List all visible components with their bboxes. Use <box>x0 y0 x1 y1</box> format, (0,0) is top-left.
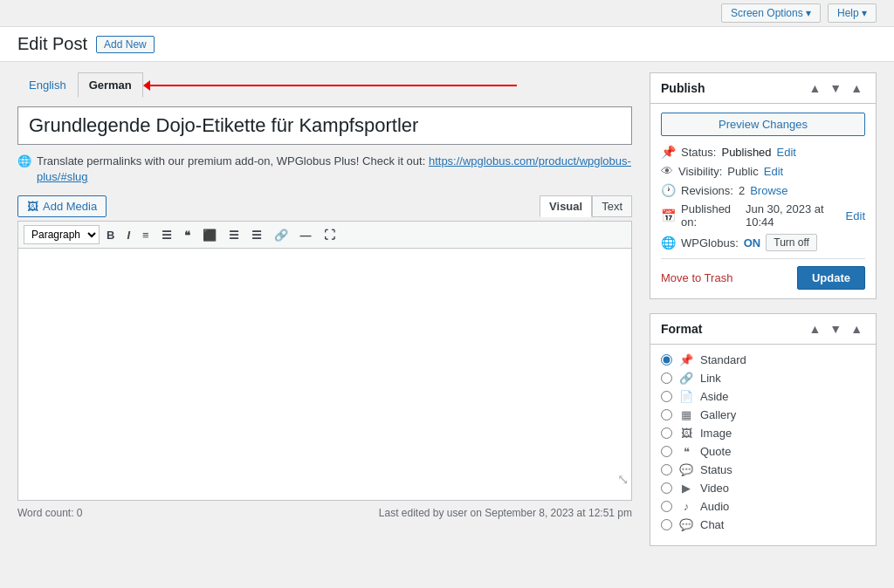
publish-box: Publish ▲ ▼ ▲ Preview Changes 📌 Status: … <box>650 72 877 299</box>
format-radio-aside[interactable] <box>661 391 672 402</box>
format-radio-video[interactable] <box>661 482 672 494</box>
format-label-chat: Chat <box>700 518 724 531</box>
editor-body[interactable] <box>17 248 632 501</box>
revisions-row: 🕐 Revisions: 2 Browse <box>661 183 865 197</box>
wpglobus-icon: 🌐 <box>661 236 676 250</box>
status-value: Published <box>721 146 771 159</box>
format-label-status: Status <box>700 463 732 476</box>
format-radio-status[interactable] <box>661 464 672 475</box>
visibility-value: Public <box>727 165 758 178</box>
resize-handle: ⤡ <box>617 471 629 488</box>
main-layout: English German 🌐 Translate permalinks wi… <box>0 62 894 571</box>
align-center-button[interactable]: ☰ <box>224 226 244 244</box>
format-icon-link: 🔗 <box>679 372 693 385</box>
preview-changes-button[interactable]: Preview Changes <box>661 113 865 136</box>
editor-footer: Word count: 0 Last edited by user on Sep… <box>17 503 632 523</box>
status-icon: 📌 <box>661 145 676 159</box>
blockquote-button[interactable]: ❝ <box>179 226 196 244</box>
screen-help-bar: Screen Options ▾ Help ▾ <box>0 0 894 27</box>
publish-close[interactable]: ▲ <box>848 80 865 96</box>
revisions-browse-link[interactable]: Browse <box>750 184 787 197</box>
visibility-edit-link[interactable]: Edit <box>764 165 783 178</box>
format-collapse-up[interactable]: ▲ <box>806 321 823 337</box>
update-button[interactable]: Update <box>797 266 865 290</box>
permalink-text: Translate permalinks with our premium ad… <box>37 154 632 185</box>
red-arrow-indicator <box>150 85 517 86</box>
paragraph-select[interactable]: Paragraph <box>24 225 100 244</box>
format-radio-quote[interactable] <box>661 446 672 457</box>
published-on-row: 📅 Published on: Jun 30, 2023 at 10:44 Ed… <box>661 202 865 229</box>
screen-options-button[interactable]: Screen Options ▾ <box>721 3 821 23</box>
format-box: Format ▲ ▼ ▲ 📌 Standard 🔗 Link 📄 Aside ▦ <box>650 313 877 546</box>
bold-button[interactable]: B <box>101 226 120 244</box>
format-row-gallery: ▦ Gallery <box>661 408 865 421</box>
format-icon-status: 💬 <box>679 463 693 476</box>
format-radio-image[interactable] <box>661 427 672 439</box>
format-label-quote: Quote <box>700 445 731 458</box>
status-row: 📌 Status: Published Edit <box>661 145 865 159</box>
tab-visual[interactable]: Visual <box>540 195 592 217</box>
last-edited-label: Last edited by user on September 8, 2023… <box>379 507 632 519</box>
red-arrow-line <box>150 85 517 86</box>
format-icon-standard: 📌 <box>679 353 693 366</box>
format-toolbar: Paragraph B I ≡ ☰ ❝ ⬛ ☰ ☰ 🔗 — ⛶ <box>17 221 632 248</box>
format-radio-audio[interactable] <box>661 501 672 512</box>
tab-text[interactable]: Text <box>592 195 632 217</box>
format-label-link: Link <box>700 372 721 385</box>
format-label-video: Video <box>700 482 729 495</box>
published-on-edit-link[interactable]: Edit <box>846 209 865 222</box>
format-label-standard: Standard <box>700 353 746 366</box>
publish-collapse-up[interactable]: ▲ <box>806 80 823 96</box>
align-right-button[interactable]: ☰ <box>246 226 267 244</box>
publish-collapse-down[interactable]: ▼ <box>827 80 844 96</box>
format-row-video: ▶ Video <box>661 482 865 495</box>
page-title: Edit Post <box>17 34 87 54</box>
add-media-button[interactable]: 🖼 Add Media <box>17 195 107 217</box>
format-row-image: 🖼 Image <box>661 427 865 440</box>
revisions-icon: 🕐 <box>661 183 676 197</box>
editor-wrapper: ⤡ <box>17 248 632 503</box>
format-label-gallery: Gallery <box>700 408 736 421</box>
format-icon-quote: ❝ <box>679 445 693 458</box>
italic-button[interactable]: I <box>121 226 135 244</box>
move-to-trash-link[interactable]: Move to Trash <box>661 271 732 284</box>
turn-off-button[interactable]: Turn off <box>766 234 817 251</box>
publish-box-header: Publish ▲ ▼ ▲ <box>650 73 876 104</box>
fullscreen-button[interactable]: ⛶ <box>319 226 340 244</box>
status-label: Status: <box>681 146 716 159</box>
format-radio-chat[interactable] <box>661 519 672 530</box>
unordered-list-button[interactable]: ≡ <box>137 226 155 244</box>
wpglobus-row: 🌐 WPGlobus: ON Turn off <box>661 234 865 251</box>
format-collapse-down[interactable]: ▼ <box>827 321 844 337</box>
format-icon-gallery: ▦ <box>679 408 693 421</box>
format-close[interactable]: ▲ <box>848 321 865 337</box>
format-radio-standard[interactable] <box>661 354 672 366</box>
format-icon-aside: 📄 <box>679 390 693 403</box>
status-edit-link[interactable]: Edit <box>777 146 796 159</box>
align-left-button[interactable]: ⬛ <box>197 226 222 244</box>
editor-toolbar-row: 🖼 Add Media Visual Text <box>17 195 632 217</box>
publish-box-controls: ▲ ▼ ▲ <box>806 80 865 96</box>
visibility-icon: 👁 <box>661 164 673 178</box>
language-tabs: English German <box>17 72 632 98</box>
format-radio-link[interactable] <box>661 373 672 384</box>
format-box-header: Format ▲ ▼ ▲ <box>650 314 876 345</box>
format-row-link: 🔗 Link <box>661 372 865 385</box>
format-label-aside: Aside <box>700 390 729 403</box>
post-title-input[interactable] <box>17 106 632 145</box>
visibility-row: 👁 Visibility: Public Edit <box>661 164 865 178</box>
format-radio-gallery[interactable] <box>661 409 672 420</box>
tab-german[interactable]: German <box>78 72 143 98</box>
link-button[interactable]: 🔗 <box>269 226 293 244</box>
format-row-chat: 💬 Chat <box>661 518 865 531</box>
visual-text-tabs: Visual Text <box>540 195 632 217</box>
page-header: Edit Post Add New <box>0 27 894 62</box>
separator-button[interactable]: — <box>295 226 317 244</box>
add-new-button[interactable]: Add New <box>96 36 155 53</box>
publish-actions: Move to Trash Update <box>661 258 865 290</box>
ordered-list-button[interactable]: ☰ <box>156 226 177 244</box>
published-icon: 📅 <box>661 209 676 222</box>
help-button[interactable]: Help ▾ <box>828 3 877 23</box>
format-icon-chat: 💬 <box>679 518 693 531</box>
tab-english[interactable]: English <box>17 72 78 98</box>
